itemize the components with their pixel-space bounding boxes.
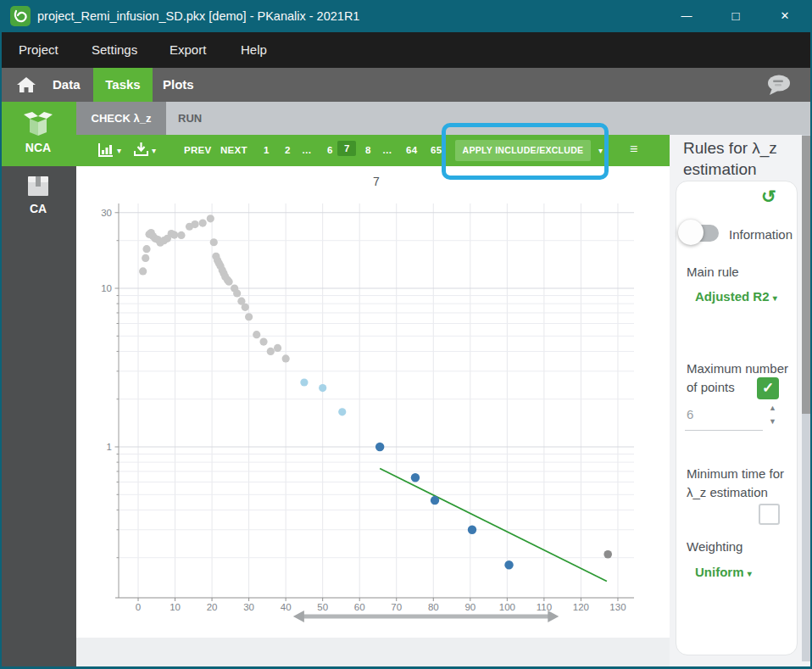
time-range-slider-right-arrow-icon[interactable] (548, 610, 559, 622)
tab-data[interactable]: Data (53, 68, 81, 102)
page-64-button[interactable]: 64 (406, 145, 417, 155)
page-1-button[interactable]: 1 (264, 145, 270, 155)
data-point-before-lambda-z-window[interactable] (142, 245, 150, 253)
data-point-before-lambda-z-window[interactable] (253, 331, 260, 338)
data-point-used-for-lambda-z-fit[interactable] (468, 526, 476, 534)
x-tick-label: 60 (354, 602, 365, 612)
data-point-before-lambda-z-window[interactable] (233, 289, 241, 297)
data-point-before-lambda-z-window[interactable] (259, 337, 267, 345)
weighting-value: Uniform (695, 565, 744, 579)
x-tick-label: 20 (207, 602, 218, 612)
data-point-before-lambda-z-window[interactable] (191, 220, 198, 228)
reset-rules-icon[interactable]: ↺ (761, 188, 776, 205)
export-plot-caret-icon[interactable]: ▾ (152, 146, 156, 155)
data-point-used-for-lambda-z-fit[interactable] (411, 473, 420, 482)
sidebar-item-nca[interactable]: NCA (0, 102, 76, 166)
prev-page-button[interactable]: PREV (184, 145, 212, 155)
window-title: project_Remi_infusion_SD.pkx [demo] - PK… (37, 0, 359, 32)
data-point-in-window-not-used[interactable] (338, 408, 346, 415)
page-ellipsis-right: … (382, 145, 392, 155)
data-point-before-lambda-z-window[interactable] (210, 238, 218, 246)
page-ellipsis-left: … (302, 145, 312, 155)
subtab-run[interactable]: RUN (178, 102, 202, 135)
page-8-button[interactable]: 8 (365, 145, 371, 155)
x-tick-label: 70 (391, 602, 402, 612)
menu-settings[interactable]: Settings (92, 32, 137, 68)
data-point-before-lambda-z-window[interactable] (177, 231, 185, 239)
main-rule-dropdown[interactable]: Adjusted R2 ▾ (695, 289, 777, 304)
data-point-before-lambda-z-window[interactable] (274, 344, 281, 352)
sidebar-item-nca-label: NCA (0, 141, 76, 154)
subtab-check-lambda-z[interactable]: CHECK λ_z (76, 102, 166, 135)
x-tick-label: 110 (537, 602, 552, 612)
data-point-before-lambda-z-window[interactable] (139, 267, 147, 275)
max-points-spinner-up-icon[interactable]: ▲ (769, 404, 776, 412)
data-point-before-lambda-z-window[interactable] (245, 313, 253, 321)
sidebar-item-ca[interactable]: CA (0, 166, 76, 227)
plot-display-icon[interactable] (98, 143, 114, 160)
x-tick-label: 130 (609, 602, 626, 612)
time-range-slider-bar[interactable] (303, 615, 549, 619)
page-7-button-current[interactable]: 7 (337, 141, 356, 156)
data-point-before-lambda-z-window[interactable] (199, 219, 207, 226)
x-tick-label: 40 (281, 602, 292, 612)
data-point-before-lambda-z-window[interactable] (207, 215, 214, 222)
data-point-used-for-lambda-z-fit[interactable] (504, 560, 513, 569)
sidebar-item-ca-label: CA (0, 202, 76, 215)
main-rule-value: Adjusted R2 (695, 289, 770, 304)
tab-tasks-label: Tasks (105, 77, 140, 92)
data-point-before-lambda-z-window[interactable] (267, 348, 275, 355)
page-65-button[interactable]: 65 (431, 145, 442, 155)
next-page-button[interactable]: NEXT (220, 145, 247, 155)
weighting-dropdown[interactable]: Uniform ▾ (695, 565, 752, 579)
menu-project[interactable]: Project (19, 32, 58, 68)
data-point-before-lambda-z-window[interactable] (170, 231, 178, 238)
data-point-in-window-not-used[interactable] (319, 384, 326, 392)
max-points-checkbox[interactable]: ✓ (757, 377, 779, 399)
open-box-icon (23, 111, 53, 140)
data-point-before-lambda-z-window[interactable] (225, 278, 232, 286)
x-tick-label: 0 (136, 602, 141, 612)
data-point-used-for-lambda-z-fit[interactable] (375, 443, 384, 451)
export-plot-icon[interactable] (134, 142, 148, 160)
max-points-input[interactable]: 6 (687, 407, 693, 421)
data-point-used-for-lambda-z-fit[interactable] (431, 496, 439, 505)
tab-plots[interactable]: Plots (163, 68, 194, 102)
closed-box-icon (26, 175, 50, 200)
y-tick-label: 30 (101, 208, 112, 218)
panel-scrollbar-thumb[interactable] (802, 136, 810, 414)
menu-export[interactable]: Export (170, 32, 206, 68)
close-button[interactable]: ✕ (770, 0, 799, 32)
data-point-in-window-not-used[interactable] (300, 378, 308, 386)
min-time-checkbox[interactable] (759, 504, 780, 525)
information-toggle-knob[interactable] (678, 220, 704, 245)
tab-tasks[interactable]: Tasks (93, 68, 153, 102)
x-tick-label: 90 (464, 602, 476, 612)
maximize-button[interactable]: □ (721, 0, 750, 32)
plot-display-caret-icon[interactable]: ▾ (117, 146, 121, 155)
data-point-before-lambda-z-window[interactable] (142, 254, 149, 262)
data-point-before-lambda-z-window[interactable] (282, 354, 290, 362)
x-tick-label: 10 (170, 602, 181, 612)
max-points-input-underline (685, 430, 763, 431)
highlight-callout-box (442, 123, 609, 180)
data-point-excluded-point[interactable] (603, 550, 612, 559)
home-icon[interactable] (17, 77, 36, 96)
max-points-spinner-down-icon[interactable]: ▼ (769, 417, 776, 426)
rules-card: ↺ Information Main rule Adjusted R2 ▾ Ma… (676, 181, 798, 655)
plot-settings-menu-icon[interactable]: ≡ (630, 142, 637, 157)
x-tick-label: 30 (243, 602, 254, 612)
x-tick-label: 100 (499, 602, 515, 612)
page-2-button[interactable]: 2 (285, 145, 291, 155)
data-point-before-lambda-z-window[interactable] (242, 304, 249, 311)
time-range-slider-left-arrow-icon[interactable] (293, 610, 304, 622)
y-tick-label: 1 (107, 442, 112, 452)
weighting-caret-icon: ▾ (748, 569, 752, 578)
min-time-label: Minimum time for λ_z estimation (687, 465, 793, 502)
menu-help[interactable]: Help (241, 32, 267, 68)
minimize-button[interactable]: — (672, 0, 701, 32)
page-6-button[interactable]: 6 (327, 145, 333, 155)
plot-subject-id-title: 7 (373, 175, 380, 188)
feedback-chat-icon[interactable] (765, 74, 793, 100)
lambda-z-regression-line (380, 469, 607, 582)
